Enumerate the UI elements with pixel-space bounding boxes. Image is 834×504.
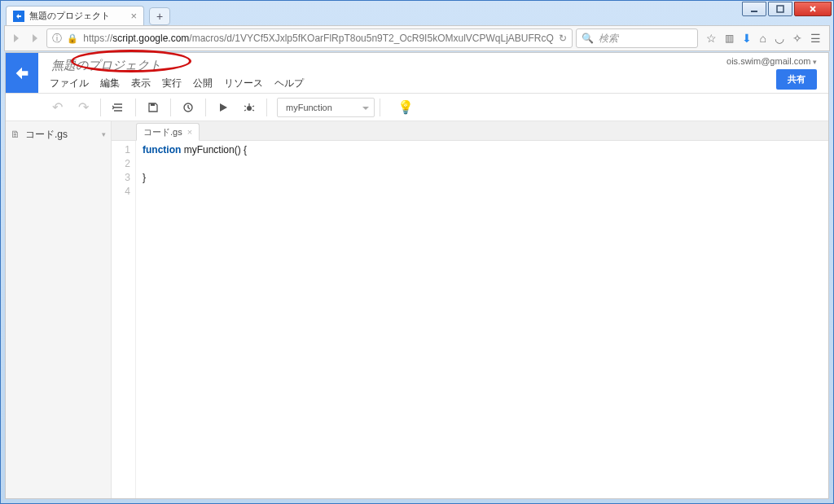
url-text: https://script.google.com/macros/d/1VYCf… [83, 33, 554, 44]
line-number: 4 [112, 185, 130, 199]
separator [100, 99, 101, 116]
separator [380, 99, 380, 116]
separator [205, 99, 206, 116]
apps-script-favicon [13, 11, 24, 22]
user-area: ois.swim@gmail.com 共有 [715, 53, 828, 93]
forward-button[interactable] [28, 28, 44, 48]
svg-rect-0 [751, 11, 757, 12]
back-button[interactable] [8, 28, 24, 48]
downloads-icon[interactable]: ⬇ [742, 32, 752, 45]
apps-script-editor: 無題のプロジェクト ファイル 編集 表示 実行 公開 リソース ヘルプ ois.… [5, 52, 829, 499]
undo-button[interactable]: ↶ [45, 97, 69, 118]
menu-bar: ファイル 編集 表示 実行 公開 リソース ヘルプ [46, 77, 707, 90]
reload-icon[interactable]: ↻ [559, 33, 567, 44]
triggers-button[interactable] [176, 97, 200, 118]
run-button[interactable] [211, 97, 235, 118]
svg-rect-2 [151, 103, 155, 106]
menu-resources[interactable]: リソース [224, 77, 263, 90]
search-icon: 🔍 [582, 33, 594, 44]
menu-help[interactable]: ヘルプ [274, 77, 304, 90]
code-text [143, 158, 148, 169]
line-number: 2 [112, 157, 130, 171]
user-email[interactable]: ois.swim@gmail.com [726, 56, 817, 66]
maximize-button[interactable] [768, 2, 792, 16]
code-text: myFunction() { [181, 144, 247, 156]
menu-view[interactable]: 表示 [131, 77, 151, 90]
app-toolbar: ↶ ↷ myFunction 💡 [6, 94, 828, 121]
browser-window: 無題のプロジェクト × + ⓘ 🔒 https://script.google.… [0, 0, 834, 504]
tab-title: 無題のプロジェクト [29, 10, 110, 22]
minimize-button[interactable] [742, 2, 766, 16]
lock-icon: 🔒 [67, 33, 78, 44]
file-sidebar: 🗎 コード.gs ▾ [6, 121, 112, 498]
separator [170, 99, 171, 116]
code-keyword: function [143, 144, 181, 156]
menu-file[interactable]: ファイル [50, 77, 89, 90]
share-button[interactable]: 共有 [776, 69, 817, 90]
editor-tab[interactable]: コード.gs × [136, 123, 200, 141]
tab-strip: 無題のプロジェクト × + [6, 6, 170, 25]
window-controls [740, 2, 832, 16]
editor-tabs: コード.gs × [112, 121, 828, 141]
editor-area: コード.gs × 1 2 3 4 function myFunction() {… [112, 121, 828, 498]
file-icon: 🗎 [11, 129, 20, 140]
separator [135, 99, 136, 116]
browser-tab[interactable]: 無題のプロジェクト × [6, 6, 144, 25]
bookmark-star-icon[interactable]: ☆ [706, 32, 717, 45]
sidebar-file-label: コード.gs [25, 128, 68, 142]
menu-edit[interactable]: 編集 [100, 77, 120, 90]
redo-button[interactable]: ↷ [71, 97, 95, 118]
indent-button[interactable] [106, 97, 130, 118]
new-tab-button[interactable]: + [149, 7, 170, 25]
home-icon[interactable]: ⌂ [760, 32, 766, 45]
address-bar[interactable]: ⓘ 🔒 https://script.google.com/macros/d/1… [46, 28, 573, 48]
menu-run[interactable]: 実行 [162, 77, 182, 90]
search-placeholder: 検索 [599, 32, 618, 46]
app-header: 無題のプロジェクト ファイル 編集 表示 実行 公開 リソース ヘルプ ois.… [6, 53, 828, 94]
app-logo[interactable] [6, 53, 38, 93]
debug-button[interactable] [237, 97, 261, 118]
code-text: } [143, 172, 146, 183]
editor-tab-label: コード.gs [143, 126, 182, 138]
code-body[interactable]: function myFunction() { } [136, 141, 828, 498]
toolbar-icons: ☆ ▥ ⬇ ⌂ ◡ ✧ ☰ [701, 32, 826, 45]
svg-rect-1 [777, 6, 784, 12]
menu-icon[interactable]: ☰ [810, 32, 821, 45]
function-select-label: myFunction [286, 103, 332, 112]
title-area: 無題のプロジェクト ファイル 編集 表示 実行 公開 リソース ヘルプ [38, 53, 715, 93]
menu-publish[interactable]: 公開 [193, 77, 213, 90]
addons-icon[interactable]: ✧ [792, 32, 802, 45]
identity-icon: ⓘ [52, 32, 62, 46]
tab-close-icon[interactable]: × [130, 10, 137, 22]
pocket-icon[interactable]: ◡ [775, 32, 784, 45]
library-icon[interactable]: ▥ [725, 33, 734, 44]
line-number: 3 [112, 171, 130, 185]
project-name[interactable]: 無題のプロジェクト [46, 56, 166, 75]
line-number: 1 [112, 143, 130, 157]
close-button[interactable] [794, 2, 832, 16]
function-select[interactable]: myFunction [277, 98, 375, 117]
separator [266, 99, 267, 116]
file-menu-chevron[interactable]: ▾ [102, 130, 106, 138]
code-editor[interactable]: 1 2 3 4 function myFunction() { } [112, 141, 828, 498]
app-body: 🗎 コード.gs ▾ コード.gs × 1 2 3 [6, 121, 828, 498]
search-box[interactable]: 🔍 検索 [576, 28, 698, 48]
svg-point-4 [247, 106, 252, 111]
lightbulb-icon[interactable]: 💡 [393, 97, 418, 118]
browser-toolbar: ⓘ 🔒 https://script.google.com/macros/d/1… [4, 25, 830, 51]
sidebar-file-item[interactable]: 🗎 コード.gs ▾ [6, 125, 111, 144]
editor-tab-close-icon[interactable]: × [187, 127, 192, 137]
save-button[interactable] [141, 97, 165, 118]
gutter: 1 2 3 4 [112, 141, 136, 498]
